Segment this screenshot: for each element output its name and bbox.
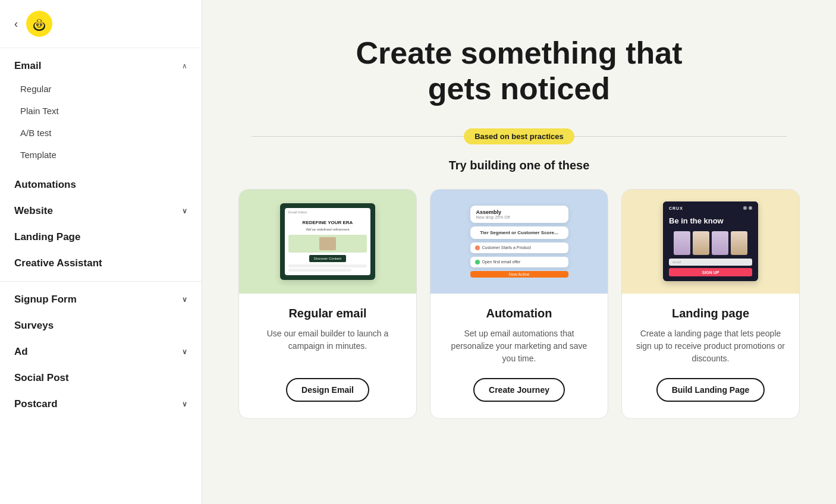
cards-container: Email Inbox REDEFINE YOUR ERA We've rede… bbox=[234, 189, 804, 419]
sidebar-item-website[interactable]: Website ∨ bbox=[0, 198, 202, 224]
card-body-automation: Automation Set up email automations that… bbox=[430, 294, 608, 418]
try-building-text: Try building one of these bbox=[449, 159, 590, 172]
signup-form-chevron: ∨ bbox=[182, 295, 187, 304]
sidebar-item-regular[interactable]: Regular bbox=[0, 78, 202, 100]
sidebar-item-social-post[interactable]: Social Post bbox=[0, 365, 202, 391]
back-button[interactable]: ‹ bbox=[12, 18, 20, 30]
sidebar: ‹ Email ∧ Regular Plain Text bbox=[0, 0, 202, 504]
sidebar-item-landing-page[interactable]: Landing Page bbox=[0, 224, 202, 250]
sidebar-header: ‹ bbox=[0, 0, 202, 48]
card-title-automation: Automation bbox=[486, 307, 552, 320]
email-section-title: Email bbox=[14, 60, 41, 72]
svg-point-5 bbox=[37, 24, 38, 25]
build-landing-page-button[interactable]: Build Landing Page bbox=[656, 378, 765, 402]
back-icon: ‹ bbox=[14, 18, 18, 30]
create-journey-button[interactable]: Create Journey bbox=[473, 378, 565, 402]
sidebar-item-creative-assistant[interactable]: Creative Assistant bbox=[0, 250, 202, 276]
ad-chevron: ∨ bbox=[182, 348, 187, 356]
card-description-automation: Set up email automations that personaliz… bbox=[445, 327, 593, 365]
website-chevron: ∨ bbox=[182, 207, 187, 215]
email-section-header[interactable]: Email ∧ bbox=[0, 54, 202, 78]
sidebar-item-ab-test[interactable]: A/B test bbox=[0, 122, 202, 144]
postcard-chevron: ∨ bbox=[182, 400, 187, 408]
card-image-automation: Assembly New drop 25% Off Tier Segment o… bbox=[430, 190, 608, 294]
card-image-regular-email: Email Inbox REDEFINE YOUR ERA We've rede… bbox=[239, 190, 416, 294]
sidebar-item-template[interactable]: Template bbox=[0, 144, 202, 166]
card-automation: Assembly New drop 25% Off Tier Segment o… bbox=[430, 189, 608, 419]
card-body-regular-email: Regular email Use our email builder to l… bbox=[239, 294, 416, 418]
card-landing-page: CRUX Be in the know email bbox=[621, 189, 800, 419]
sidebar-item-ad[interactable]: Ad ∨ bbox=[0, 339, 202, 365]
mailchimp-logo bbox=[26, 11, 52, 37]
card-regular-email: Email Inbox REDEFINE YOUR ERA We've rede… bbox=[238, 189, 417, 419]
divider-right bbox=[574, 136, 787, 137]
card-description-regular-email: Use our email builder to launch a campai… bbox=[253, 327, 402, 365]
email-preview-illustration: Email Inbox REDEFINE YOUR ERA We've rede… bbox=[280, 203, 375, 280]
card-description-landing-page: Create a landing page that lets people s… bbox=[636, 327, 785, 365]
sidebar-item-automations[interactable]: Automations bbox=[0, 172, 202, 198]
sidebar-item-postcard[interactable]: Postcard ∨ bbox=[0, 391, 202, 417]
email-section: Email ∧ Regular Plain Text A/B test Temp… bbox=[0, 48, 202, 172]
main-content: Create something that gets noticed Based… bbox=[202, 0, 836, 504]
email-chevron: ∧ bbox=[182, 62, 187, 70]
sidebar-item-surveys[interactable]: Surveys bbox=[0, 313, 202, 339]
card-body-landing-page: Landing page Create a landing page that … bbox=[622, 294, 799, 418]
sidebar-item-plain-text[interactable]: Plain Text bbox=[0, 100, 202, 122]
svg-point-6 bbox=[40, 24, 42, 25]
hero-title: Create something that gets noticed bbox=[341, 36, 697, 107]
card-title-landing-page: Landing page bbox=[672, 307, 749, 320]
card-title-regular-email: Regular email bbox=[288, 307, 366, 320]
automation-illustration: Assembly New drop 25% Off Tier Segment o… bbox=[470, 206, 568, 278]
divider-with-badge: Based on best practices bbox=[252, 128, 787, 144]
sidebar-divider bbox=[0, 281, 202, 282]
best-practices-badge: Based on best practices bbox=[464, 128, 574, 144]
card-image-landing-page: CRUX Be in the know email bbox=[622, 190, 799, 294]
sidebar-item-signup-form[interactable]: Signup Form ∨ bbox=[0, 286, 202, 313]
divider-left bbox=[252, 136, 464, 137]
svg-point-11 bbox=[37, 20, 41, 22]
landing-page-illustration: CRUX Be in the know email bbox=[663, 201, 758, 282]
design-email-button[interactable]: Design Email bbox=[286, 378, 369, 402]
